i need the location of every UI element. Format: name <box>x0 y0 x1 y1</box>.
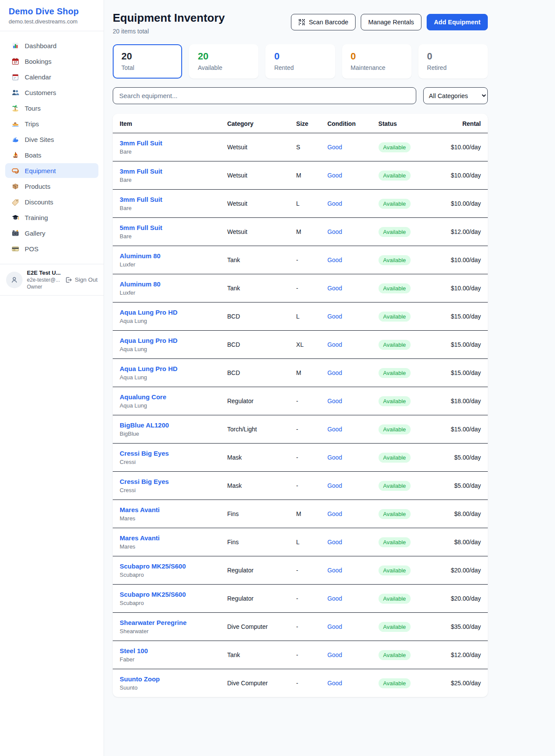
status-badge: Available <box>379 622 411 632</box>
item-brand: Cressi <box>120 459 213 465</box>
rental-cell: $20.00/day <box>444 585 488 613</box>
item-name-link[interactable]: 3mm Full Suit <box>120 196 213 203</box>
sidebar-item-dashboard[interactable]: Dashboard <box>5 38 98 53</box>
item-name-link[interactable]: Aqua Lung Pro HD <box>120 337 213 344</box>
nav-icon-card-icon <box>11 245 19 253</box>
condition-link[interactable]: Good <box>327 144 342 151</box>
sign-out-button[interactable]: Sign Out <box>65 276 98 283</box>
item-name-link[interactable]: Mares Avanti <box>120 534 213 542</box>
nav-icon-gradcap-icon <box>11 214 19 221</box>
equipment-table-card: Item Category Size Condition Status Rent… <box>113 114 488 697</box>
condition-link[interactable]: Good <box>327 567 342 574</box>
add-equipment-button[interactable]: Add Equipment <box>427 14 488 30</box>
condition-cell: Good <box>320 528 372 556</box>
size-cell: - <box>289 387 320 415</box>
status-cell: Available <box>372 274 444 302</box>
nav-icon-mask-icon <box>11 167 19 174</box>
item-name-link[interactable]: 3mm Full Suit <box>120 139 213 147</box>
nav-icon-package-icon <box>11 182 19 190</box>
item-name-link[interactable]: Scubapro MK25/S600 <box>120 591 213 598</box>
sidebar-item-discounts[interactable]: Discounts <box>5 194 98 209</box>
rental-cell: $35.00/day <box>444 613 488 641</box>
category-cell: Wetsuit <box>220 190 289 218</box>
manage-rentals-button[interactable]: Manage Rentals <box>361 14 421 30</box>
sidebar-item-dive-sites[interactable]: Dive Sites <box>5 132 98 147</box>
category-cell: Fins <box>220 500 289 528</box>
condition-link[interactable]: Good <box>327 172 342 179</box>
item-name-link[interactable]: 3mm Full Suit <box>120 168 213 175</box>
condition-link[interactable]: Good <box>327 200 342 207</box>
condition-link[interactable]: Good <box>327 623 342 630</box>
sidebar-item-training[interactable]: Training <box>5 210 98 225</box>
condition-link[interactable]: Good <box>327 454 342 461</box>
condition-link[interactable]: Good <box>327 539 342 546</box>
item-name-link[interactable]: Aqua Lung Pro HD <box>120 309 213 316</box>
stat-card-total[interactable]: 20 Total <box>113 44 182 79</box>
sidebar-item-calendar[interactable]: Calendar <box>5 69 98 84</box>
sidebar-item-bookings[interactable]: 17 Bookings <box>5 54 98 69</box>
sidebar-item-gallery[interactable]: Gallery <box>5 226 98 240</box>
scan-barcode-button[interactable]: Scan Barcode <box>291 14 356 30</box>
condition-link[interactable]: Good <box>327 680 342 687</box>
sidebar-item-boats[interactable]: Boats <box>5 148 98 162</box>
rental-cell: $15.00/day <box>444 331 488 359</box>
item-brand: Aqua Lung <box>120 318 213 324</box>
item-name-link[interactable]: Aluminum 80 <box>120 280 213 288</box>
item-name-link[interactable]: Shearwater Peregrine <box>120 619 213 626</box>
item-name-link[interactable]: Scubapro MK25/S600 <box>120 562 213 570</box>
category-select[interactable]: All Categories <box>423 87 488 104</box>
column-header-category: Category <box>220 114 289 133</box>
size-cell: - <box>289 472 320 500</box>
stat-card-maintenance[interactable]: 0 Maintenance <box>342 44 411 79</box>
table-row: Mares Avanti Mares Fins L Good Available… <box>113 528 488 556</box>
condition-link[interactable]: Good <box>327 595 342 602</box>
condition-link[interactable]: Good <box>327 341 342 348</box>
table-row: Scubapro MK25/S600 Scubapro Regulator - … <box>113 556 488 585</box>
item-name-link[interactable]: Aqua Lung Pro HD <box>120 365 213 372</box>
item-name-link[interactable]: Aluminum 80 <box>120 252 213 260</box>
stat-card-available[interactable]: 20 Available <box>189 44 258 79</box>
condition-link[interactable]: Good <box>327 510 342 517</box>
sidebar-item-trips[interactable]: Trips <box>5 116 98 131</box>
sidebar-item-tours[interactable]: Tours <box>5 101 98 115</box>
item-cell: Scubapro MK25/S600 Scubapro <box>113 556 220 585</box>
size-cell: - <box>289 415 320 444</box>
condition-link[interactable]: Good <box>327 228 342 235</box>
column-header-item: Item <box>113 114 220 133</box>
rental-cell: $25.00/day <box>444 669 488 697</box>
status-cell: Available <box>372 331 444 359</box>
item-name-link[interactable]: Cressi Big Eyes <box>120 450 213 457</box>
item-brand: Cressi <box>120 487 213 493</box>
item-name-link[interactable]: BigBlue AL1200 <box>120 421 213 429</box>
condition-link[interactable]: Good <box>327 369 342 376</box>
status-cell: Available <box>372 444 444 472</box>
item-cell: Aqua Lung Pro HD Aqua Lung <box>113 331 220 359</box>
sidebar-item-equipment[interactable]: Equipment <box>5 163 98 178</box>
sidebar-item-customers[interactable]: Customers <box>5 85 98 100</box>
nav-icon-speedboat-icon <box>11 120 19 128</box>
sidebar-item-label: Tours <box>25 105 41 112</box>
sidebar-item-products[interactable]: Products <box>5 179 98 194</box>
stat-card-rented[interactable]: 0 Rented <box>265 44 335 79</box>
item-cell: Steel 100 Faber <box>113 641 220 669</box>
item-name-link[interactable]: Mares Avanti <box>120 506 213 513</box>
status-cell: Available <box>372 359 444 387</box>
sidebar-item-pos[interactable]: POS <box>5 241 98 256</box>
condition-link[interactable]: Good <box>327 651 342 658</box>
item-name-link[interactable]: 5mm Full Suit <box>120 224 213 231</box>
condition-link[interactable]: Good <box>327 285 342 292</box>
category-cell: BCD <box>220 331 289 359</box>
item-name-link[interactable]: Aqualung Core <box>120 393 213 401</box>
condition-link[interactable]: Good <box>327 482 342 489</box>
stat-value: 0 <box>351 51 403 62</box>
condition-link[interactable]: Good <box>327 256 342 263</box>
condition-link[interactable]: Good <box>327 398 342 404</box>
item-name-link[interactable]: Suunto Zoop <box>120 675 213 683</box>
condition-link[interactable]: Good <box>327 426 342 433</box>
item-name-link[interactable]: Cressi Big Eyes <box>120 478 213 485</box>
stat-card-retired[interactable]: 0 Retired <box>418 44 488 79</box>
condition-link[interactable]: Good <box>327 313 342 320</box>
nav-icon-chart-icon <box>11 42 19 49</box>
item-name-link[interactable]: Steel 100 <box>120 647 213 654</box>
search-input[interactable] <box>113 87 416 104</box>
